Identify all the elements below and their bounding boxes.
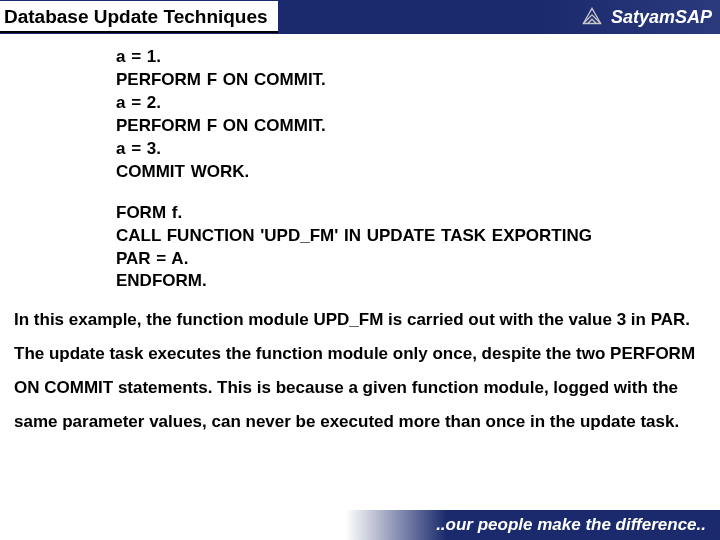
code-line: PERFORM F ON COMMIT. [116,69,712,92]
explanation-paragraph: In this example, the function module UPD… [8,293,712,439]
code-line: a = 2. [116,92,712,115]
footer-bar: ..our people make the difference.. [0,510,720,540]
brand-logo-area: SatyamSAP [579,4,712,30]
code-line: ENDFORM. [116,270,712,293]
company-mark-icon [579,4,605,30]
code-line: a = 1. [116,46,712,69]
page-title: Database Update Techniques [0,1,278,33]
code-line: CALL FUNCTION 'UPD_FM' IN UPDATE TASK EX… [116,225,712,248]
spacer [8,184,712,202]
code-line: PERFORM F ON COMMIT. [116,115,712,138]
code-line: COMMIT WORK. [116,161,712,184]
code-line: PAR = A. [116,248,712,271]
brand-prefix: Satyam [611,7,675,27]
code-block-2: FORM f. CALL FUNCTION 'UPD_FM' IN UPDATE… [8,202,712,294]
header-bar: Database Update Techniques SatyamSAP [0,0,720,34]
content-area: a = 1. PERFORM F ON COMMIT. a = 2. PERFO… [0,34,720,439]
code-line: FORM f. [116,202,712,225]
footer-tagline: ..our people make the difference.. [436,515,706,535]
code-line: a = 3. [116,138,712,161]
code-block-1: a = 1. PERFORM F ON COMMIT. a = 2. PERFO… [8,46,712,184]
brand-text: SatyamSAP [611,7,712,28]
brand-suffix: SAP [675,7,712,27]
